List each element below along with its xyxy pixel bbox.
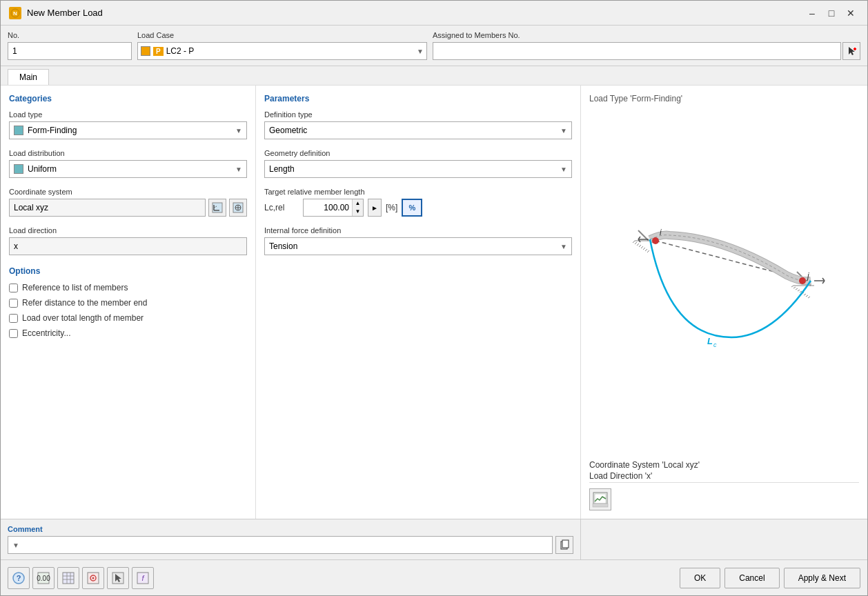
left-panel: Categories Load type Form-Finding ▼ Load… [1,85,256,519]
internal-force-group: Internal force definition Tension ▼ [264,226,572,255]
internal-force-select[interactable]: Tension ▼ [264,237,572,255]
options-section: Options Reference to list of members Ref… [9,266,247,338]
cursor-tool-button[interactable] [107,567,129,589]
view-button[interactable] [82,567,104,589]
target-label: Target relative member length [264,188,572,196]
lc-rel-spin-up[interactable]: ▲ [353,199,363,208]
svg-text:N: N [13,10,17,17]
def-type-label: Definition type [264,110,572,119]
help-button[interactable]: ? [8,567,30,589]
lc-dropdown-icon: ▼ [417,48,424,55]
option2-checkbox[interactable] [9,299,18,308]
option1-label: Reference to list of members [22,283,128,292]
geom-def-label: Geometry definition [264,149,572,157]
app-icon: N [9,7,21,19]
coord-line1: Coordinate System 'Local xyz' [589,460,859,470]
load-dist-inner: Uniform [14,164,235,174]
lc-color-swatch [141,46,150,56]
comment-input[interactable]: ▼ [8,536,553,554]
option4-checkbox[interactable] [9,329,18,338]
lc-rel-arrow-btn[interactable]: ► [368,199,382,217]
load-distribution-select[interactable]: Uniform ▼ [9,160,247,178]
right-panel: Load Type 'Form-Finding' [581,85,867,519]
svg-rect-57 [63,573,74,584]
lc-select[interactable]: P LC2 - P ▼ [137,42,427,60]
window-controls: – □ ✕ [804,6,859,20]
minimize-button[interactable]: – [804,6,820,20]
option2-label: Refer distance to the member end [22,298,147,308]
no-input[interactable]: 1 [8,42,132,60]
coord-system-input[interactable]: Local xyz [9,199,206,217]
tab-main-label: Main [19,72,37,82]
geom-def-value: Length [269,164,295,174]
lc-rel-spin-down[interactable]: ▼ [353,208,363,216]
svg-text:i: i [660,228,662,237]
def-type-select[interactable]: Geometric ▼ [264,121,572,139]
right-bottom [581,519,867,559]
option4-row: Eccentricity... [9,328,247,338]
option3-label: Load over total length of member [22,313,144,323]
load-direction-input[interactable]: x [9,237,247,255]
load-distribution-label: Load distribution [9,149,247,157]
option3-checkbox[interactable] [9,314,18,323]
ff-color-swatch [14,126,23,135]
svg-text:?: ? [17,574,21,582]
lc-p-badge: P [153,47,164,56]
formula-icon: f [137,572,149,584]
internal-force-label: Internal force definition [264,226,572,235]
window-title: New Member Load [27,8,798,18]
no-field: No. 1 [8,31,132,60]
numeric-button[interactable]: 0.00 [32,567,55,589]
close-button[interactable]: ✕ [842,6,859,20]
geom-def-select[interactable]: Length ▼ [264,160,572,178]
internal-force-value: Tension [269,241,297,251]
no-label: No. [8,31,132,39]
lc-rel-pct-btn[interactable]: % [402,199,422,217]
internal-force-arrow-icon: ▼ [560,243,567,250]
option1-checkbox[interactable] [9,284,18,292]
tab-main[interactable]: Main [8,69,49,85]
option3-row: Load over total length of member [9,313,247,323]
def-type-value: Geometric [269,126,307,135]
load-type-select[interactable]: Form-Finding ▼ [9,121,247,139]
title-bar: N New Member Load – □ ✕ [1,1,867,26]
comment-label: Comment [8,525,573,533]
categories-title: Categories [9,94,247,103]
coord-btn-2[interactable] [229,199,247,217]
formula-button[interactable]: f [132,567,154,589]
table-icon [62,572,75,584]
coord-btn-1[interactable] [208,199,226,217]
diagram-export-button[interactable] [589,488,611,510]
ok-button[interactable]: OK [680,568,720,588]
svg-rect-12 [600,199,849,365]
table-button[interactable] [57,567,79,589]
target-group: Target relative member length Lc,rel ▲ ▼… [264,188,572,217]
members-input[interactable] [433,42,841,60]
coord-row: Local xyz [9,199,247,217]
load-direction-group: Load direction x [9,226,247,255]
lc-rel-input[interactable] [304,199,352,216]
svg-text:c: c [713,341,717,348]
footer-tools: ? 0.00 [8,567,680,589]
tabs-bar: Main [1,66,867,85]
members-pick-button[interactable] [842,42,860,60]
diagram-title: Load Type 'Form-Finding' [589,94,859,103]
maximize-button[interactable]: □ [823,6,840,20]
load-direction-label: Load direction [9,226,247,235]
cancel-button[interactable]: Cancel [724,568,779,588]
help-icon: ? [12,572,25,584]
copy-icon [560,540,569,550]
form-finding-diagram: L c i j [600,199,849,365]
svg-rect-52 [562,540,569,548]
lc-name: LC2 - P [166,46,411,56]
comment-copy-button[interactable] [555,536,573,554]
lc-rel-spinner: ▲ ▼ [352,199,363,216]
load-distribution-value: Uniform [28,164,57,174]
def-type-group: Definition type Geometric ▼ [264,110,572,139]
coord-line2: Load Direction 'x' [589,471,859,481]
svg-text:0.00: 0.00 [37,575,50,582]
apply-next-button[interactable]: Apply & Next [784,568,860,588]
def-type-arrow-icon: ▼ [560,127,567,135]
coord-system-label: Coordinate system [9,188,247,196]
load-type-label: Load type [9,110,247,119]
